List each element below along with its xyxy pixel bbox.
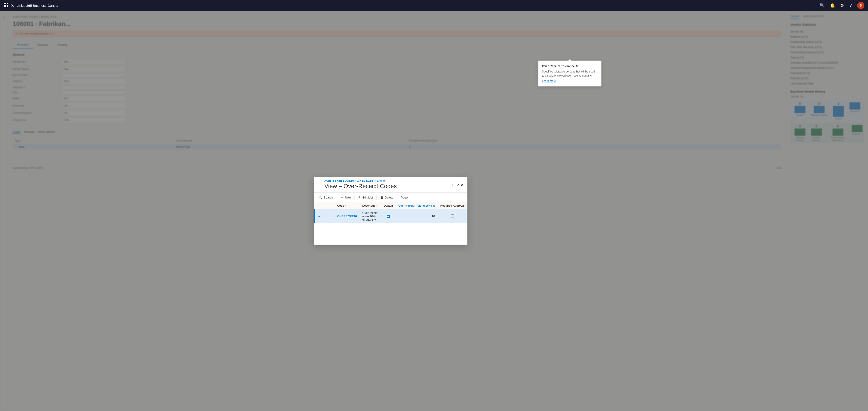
- bell-icon[interactable]: 🔔: [830, 3, 835, 8]
- modal-table-header: Code Description Default Over-Receipt To…: [314, 202, 467, 209]
- required-approval-cell: [438, 209, 467, 223]
- modal-header: ← OVER-RECEIPT CODES | WORK DATE: 4/6/20…: [314, 177, 467, 193]
- modal-table: Code Description Default Over-Receipt To…: [314, 202, 467, 223]
- tooltip-arrow-inner: [568, 59, 571, 61]
- modal-edit-list-label: Edit List: [362, 196, 373, 199]
- code-column-header[interactable]: Code: [335, 202, 360, 209]
- top-nav: Dynamics 365 Business Central 🔍 🔔 ⚙ ? S: [0, 0, 868, 11]
- required-approval-column-header: Required Approval: [438, 202, 467, 209]
- modal-new-label: New: [345, 196, 351, 199]
- row-menu-header: [323, 202, 335, 209]
- svg-rect-6: [4, 6, 5, 7]
- modal-search-label: Search: [324, 196, 333, 199]
- modal-title: View – Over-Receipt Codes: [324, 183, 397, 190]
- tooltip-box: Over-Receipt Tolerance % Specifies toler…: [538, 61, 601, 87]
- help-icon[interactable]: ?: [849, 3, 852, 8]
- svg-rect-2: [7, 3, 8, 4]
- modal-delete-button[interactable]: 🗑 Delete: [377, 194, 396, 201]
- modal-toolbar: 🔍 Search ＋ New ✎ Edit List 🗑 Delete Page: [314, 193, 467, 202]
- modal-title-area: OVER-RECEIPT CODES | WORK DATE: 4/6/2020…: [324, 180, 397, 190]
- modal-page-label: Page: [401, 196, 408, 199]
- modal-header-actions: ⊡ ⤢ ✕: [452, 183, 464, 187]
- required-approval-checkbox[interactable]: [451, 214, 454, 217]
- svg-rect-7: [5, 6, 6, 7]
- default-cell: [381, 209, 396, 223]
- modal-minimize-button[interactable]: ⊡: [452, 183, 455, 187]
- svg-rect-5: [7, 5, 8, 6]
- waffle-menu[interactable]: [4, 3, 8, 8]
- default-checkbox[interactable]: [387, 215, 390, 218]
- search-icon[interactable]: 🔍: [819, 3, 825, 8]
- toolbar-separator-2: [354, 195, 355, 200]
- tolerance-cell: 10: [396, 209, 438, 223]
- row-indicator-header: [314, 202, 323, 209]
- modal-close-button[interactable]: ✕: [461, 183, 464, 187]
- modal-new-button[interactable]: ＋ New: [338, 194, 353, 201]
- svg-rect-8: [7, 6, 8, 7]
- svg-rect-3: [4, 5, 5, 6]
- table-row[interactable]: → ⋮ OVERRCPT10 Over receipt up to 10% of…: [314, 209, 467, 223]
- new-toolbar-icon: ＋: [340, 195, 344, 199]
- top-nav-icons: 🔍 🔔 ⚙ ? S: [819, 2, 864, 9]
- modal-table-body: → ⋮ OVERRCPT10 Over receipt up to 10% of…: [314, 209, 467, 223]
- search-toolbar-icon: 🔍: [318, 196, 322, 199]
- modal-breadcrumb: OVER-RECEIPT CODES | WORK DATE: 4/6/2020: [324, 180, 397, 183]
- edit-list-icon: ✎: [358, 196, 361, 199]
- modal-back-button[interactable]: ←: [318, 182, 322, 187]
- svg-rect-4: [5, 5, 6, 6]
- tolerance-column-header[interactable]: Over-Receipt Tolerance % %: [396, 202, 438, 209]
- svg-rect-1: [5, 3, 6, 4]
- modal-page-button[interactable]: Page: [398, 195, 410, 201]
- main-area: ‹ PURCHASE ORDER | WORK DATE: ... 106001…: [0, 11, 868, 411]
- svg-rect-0: [4, 3, 5, 4]
- row-selected-arrow-icon: →: [317, 214, 320, 218]
- tolerance-pct-header[interactable]: Over-Receipt Tolerance % %: [398, 204, 435, 207]
- tooltip-learn-more-link[interactable]: Learn more: [542, 79, 598, 83]
- row-arrow-cell: →: [314, 209, 323, 223]
- toolbar-separator-1: [337, 195, 337, 200]
- modal-search-button[interactable]: 🔍 Search: [316, 194, 336, 201]
- description-cell: Over receipt up to 10% of quantity: [360, 209, 381, 223]
- modal-delete-label: Delete: [385, 196, 393, 199]
- avatar[interactable]: S: [857, 2, 864, 9]
- toolbar-separator-4: [397, 195, 397, 200]
- modal-expand-button[interactable]: ⤢: [456, 183, 459, 187]
- row-menu-cell: ⋮: [323, 209, 335, 223]
- app-title: Dynamics 365 Business Central: [10, 4, 819, 7]
- default-column-header: Default: [381, 202, 396, 209]
- description-column-header: Description: [360, 202, 381, 209]
- row-context-menu-button[interactable]: ⋮: [326, 214, 332, 218]
- delete-icon: 🗑: [380, 196, 383, 199]
- modal-table-area: Code Description Default Over-Receipt To…: [314, 202, 467, 223]
- modal-dialog: ← OVER-RECEIPT CODES | WORK DATE: 4/6/20…: [314, 177, 467, 245]
- tooltip-body: Specifies tolerance percent that will be…: [542, 70, 598, 78]
- settings-icon[interactable]: ⚙: [840, 3, 844, 8]
- code-cell: OVERRCPT10: [335, 209, 360, 223]
- modal-edit-list-button[interactable]: ✎ Edit List: [355, 194, 375, 201]
- pct-unit: %: [433, 204, 435, 207]
- tooltip-title: Over-Receipt Tolerance %: [542, 64, 598, 68]
- toolbar-separator-3: [376, 195, 377, 200]
